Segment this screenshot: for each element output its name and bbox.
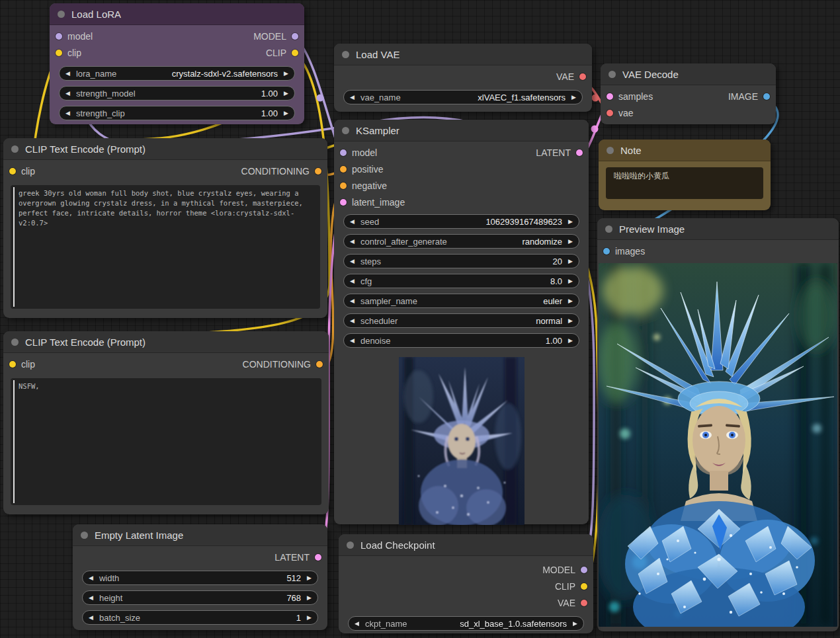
- vae-slot-icon[interactable]: [607, 110, 613, 116]
- vae-slot-icon[interactable]: [581, 600, 587, 606]
- output-slot-conditioning[interactable]: CONDITIONING: [243, 359, 323, 370]
- note-textarea[interactable]: 啦啦啦的小黄瓜: [606, 167, 763, 199]
- increment-arrow-icon[interactable]: ▶: [571, 95, 576, 100]
- increment-arrow-icon[interactable]: ▶: [307, 575, 312, 581]
- node-empty-latent-image[interactable]: Empty Latent Image LATENT ◀ width 512 ▶ …: [73, 524, 327, 630]
- node-header[interactable]: Preview Image: [597, 218, 839, 240]
- output-slot-clip[interactable]: CLIP: [266, 48, 298, 58]
- increment-arrow-icon[interactable]: ▶: [284, 91, 288, 97]
- decrement-arrow-icon[interactable]: ◀: [89, 615, 93, 621]
- collapse-dot-icon[interactable]: [58, 11, 65, 18]
- node-header[interactable]: VAE Decode: [601, 63, 776, 85]
- node-vae-decode[interactable]: VAE Decode samples IMAGE vae: [601, 63, 776, 124]
- increment-arrow-icon[interactable]: ▶: [284, 110, 288, 116]
- decrement-arrow-icon[interactable]: ◀: [350, 298, 355, 304]
- node-header[interactable]: KSampler: [334, 120, 589, 141]
- node-note[interactable]: Note 啦啦啦的小黄瓜: [599, 140, 771, 210]
- output-slot-model[interactable]: MODEL: [253, 31, 298, 42]
- latent-slot-icon[interactable]: [576, 149, 583, 156]
- increment-arrow-icon[interactable]: ▶: [307, 615, 312, 621]
- widget-sampler-name[interactable]: ◀ sampler_name euler ▶: [343, 294, 579, 308]
- widget-vae-name[interactable]: ◀ vae_name xlVAEC_f1.safetensors ▶: [343, 90, 583, 104]
- collapse-dot-icon[interactable]: [609, 71, 616, 78]
- collapse-dot-icon[interactable]: [11, 339, 19, 346]
- increment-arrow-icon[interactable]: ▶: [568, 219, 573, 225]
- conditioning-slot-icon[interactable]: [315, 168, 321, 175]
- increment-arrow-icon[interactable]: ▶: [307, 595, 312, 601]
- input-slot-model[interactable]: model: [340, 147, 377, 158]
- image-slot-icon[interactable]: [603, 248, 610, 255]
- decrement-arrow-icon[interactable]: ◀: [355, 621, 359, 627]
- widget-lora-name[interactable]: ◀ lora_name crystalz-sdxl-v2.safetensors…: [59, 66, 295, 81]
- decrement-arrow-icon[interactable]: ◀: [89, 575, 93, 581]
- input-slot-clip[interactable]: clip: [9, 359, 35, 370]
- vae-slot-icon[interactable]: [579, 73, 586, 80]
- decrement-arrow-icon[interactable]: ◀: [89, 595, 93, 601]
- decrement-arrow-icon[interactable]: ◀: [350, 338, 355, 344]
- image-slot-icon[interactable]: [763, 93, 770, 100]
- input-slot-negative[interactable]: negative: [340, 180, 387, 191]
- collapse-dot-icon[interactable]: [11, 145, 19, 153]
- input-slot-clip[interactable]: clip: [9, 166, 35, 177]
- conditioning-slot-icon[interactable]: [340, 166, 347, 173]
- output-slot-image[interactable]: IMAGE: [728, 91, 770, 102]
- clip-slot-icon[interactable]: [56, 50, 62, 56]
- node-clip-text-encode-positive[interactable]: CLIP Text Encode (Prompt) clip CONDITION…: [3, 138, 327, 318]
- widget-ckpt-name[interactable]: ◀ ckpt_name sd_xl_base_1.0.safetensors ▶: [348, 616, 584, 631]
- increment-arrow-icon[interactable]: ▶: [568, 259, 573, 264]
- decrement-arrow-icon[interactable]: ◀: [350, 239, 355, 245]
- collapse-dot-icon[interactable]: [342, 127, 349, 134]
- widget-width[interactable]: ◀ width 512 ▶: [82, 571, 318, 585]
- clip-slot-icon[interactable]: [292, 50, 298, 56]
- decrement-arrow-icon[interactable]: ◀: [350, 259, 355, 264]
- output-slot-vae[interactable]: VAE: [556, 71, 586, 82]
- latent-slot-icon[interactable]: [340, 199, 347, 206]
- widget-strength-model[interactable]: ◀ strength_model 1.00 ▶: [59, 86, 295, 100]
- input-slot-samples[interactable]: samples: [607, 91, 653, 102]
- widget-cfg[interactable]: ◀ cfg 8.0 ▶: [343, 274, 579, 288]
- decrement-arrow-icon[interactable]: ◀: [65, 71, 70, 77]
- widget-batch-size[interactable]: ◀ batch_size 1 ▶: [82, 610, 318, 625]
- prompt-textarea[interactable]: NSFW,: [11, 378, 321, 505]
- node-preview-image[interactable]: Preview Image images: [597, 218, 839, 631]
- increment-arrow-icon[interactable]: ▶: [568, 298, 573, 304]
- node-header[interactable]: Empty Latent Image: [73, 524, 327, 546]
- increment-arrow-icon[interactable]: ▶: [568, 338, 573, 344]
- decrement-arrow-icon[interactable]: ◀: [350, 219, 355, 225]
- decrement-arrow-icon[interactable]: ◀: [350, 278, 355, 284]
- collapse-dot-icon[interactable]: [605, 225, 612, 233]
- increment-arrow-icon[interactable]: ▶: [568, 318, 573, 324]
- input-slot-clip[interactable]: clip: [56, 48, 81, 58]
- output-slot-conditioning[interactable]: CONDITIONING: [241, 166, 321, 177]
- latent-slot-icon[interactable]: [315, 554, 321, 561]
- model-slot-icon[interactable]: [340, 149, 347, 156]
- node-clip-text-encode-negative[interactable]: CLIP Text Encode (Prompt) clip CONDITION…: [3, 331, 329, 514]
- node-header[interactable]: CLIP Text Encode (Prompt): [3, 138, 327, 160]
- collapse-dot-icon[interactable]: [347, 541, 354, 549]
- input-slot-images[interactable]: images: [603, 246, 645, 257]
- model-slot-icon[interactable]: [292, 33, 298, 40]
- node-load-vae[interactable]: Load VAE VAE ◀ vae_name xlVAEC_f1.safete…: [334, 44, 592, 112]
- increment-arrow-icon[interactable]: ▶: [284, 71, 288, 77]
- node-graph-canvas[interactable]: Load LoRA model MODEL clip CLIP: [0, 0, 840, 638]
- node-header[interactable]: Load VAE: [334, 44, 592, 65]
- collapse-dot-icon[interactable]: [342, 51, 349, 58]
- clip-slot-icon[interactable]: [581, 583, 587, 590]
- node-header[interactable]: Note: [599, 140, 771, 161]
- input-slot-latent-image[interactable]: latent_image: [340, 197, 405, 208]
- input-slot-positive[interactable]: positive: [340, 164, 383, 175]
- node-header[interactable]: Load LoRA: [50, 3, 304, 25]
- node-header[interactable]: CLIP Text Encode (Prompt): [3, 331, 329, 353]
- conditioning-slot-icon[interactable]: [316, 361, 323, 368]
- prompt-textarea[interactable]: greek 30yrs old woman full body shot, bl…: [11, 185, 320, 309]
- model-slot-icon[interactable]: [581, 567, 587, 573]
- input-slot-model[interactable]: model: [56, 31, 93, 42]
- collapse-dot-icon[interactable]: [607, 147, 614, 154]
- latent-slot-icon[interactable]: [607, 93, 613, 100]
- widget-control-after-generate[interactable]: ◀ control_after_generate randomize ▶: [343, 234, 579, 249]
- output-slot-model[interactable]: MODEL: [542, 565, 587, 575]
- increment-arrow-icon[interactable]: ▶: [568, 278, 573, 284]
- node-load-lora[interactable]: Load LoRA model MODEL clip CLIP: [50, 3, 304, 124]
- model-slot-icon[interactable]: [56, 33, 62, 40]
- node-header[interactable]: Load Checkpoint: [339, 534, 593, 556]
